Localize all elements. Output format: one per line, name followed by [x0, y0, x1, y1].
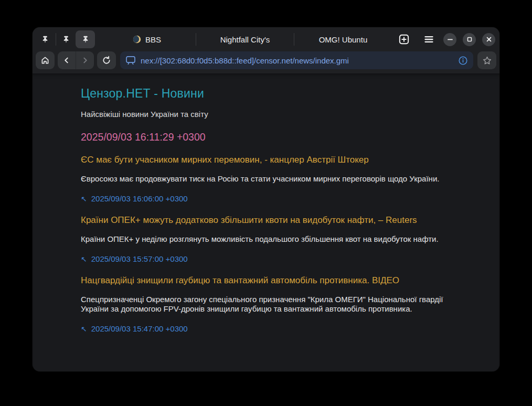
- pushpin-icon: [81, 36, 90, 43]
- window-controls: [443, 33, 495, 46]
- link-arrow-icon: ↖: [81, 195, 87, 202]
- bookmark-button[interactable]: [477, 51, 496, 69]
- article-headline: Країни ОПЕК+ можуть додатково збільшити …: [81, 215, 451, 226]
- close-button[interactable]: [482, 33, 495, 46]
- forward-button[interactable]: [76, 51, 94, 69]
- tab-nightfall-citys[interactable]: Nightfall City's: [196, 27, 294, 51]
- maximize-button[interactable]: [463, 33, 476, 46]
- article-summary: Євросоюз має продовжувати тиск на Росію …: [81, 174, 451, 184]
- tab-separator: [56, 33, 56, 46]
- url-bar[interactable]: nex://[302:68d0:f0d5:b88d::feed]/censor.…: [120, 51, 473, 69]
- forward-icon: [81, 56, 89, 65]
- history-buttons: [58, 51, 94, 69]
- home-icon: [40, 56, 50, 65]
- minimize-button[interactable]: [443, 33, 456, 46]
- new-tab-icon: [398, 34, 410, 45]
- url-text[interactable]: nex://[302:68d0:f0d5:b88d::feed]/censor.…: [141, 56, 454, 65]
- new-tab-button[interactable]: [397, 32, 411, 47]
- tab-label: Nightfall City's: [220, 35, 270, 44]
- page-content: Цензор.НЕТ - Новини Найсвіжіші новини Ук…: [33, 73, 499, 371]
- pushpin-icon: [41, 36, 49, 43]
- article-timestamp: 2025/09/03 16:06:00 +0300: [91, 194, 188, 204]
- star-icon: [482, 56, 492, 66]
- tab-label: OMG! Ubuntu: [319, 35, 368, 44]
- page-subtitle: Найсвіжіші новини України та світу: [81, 110, 451, 119]
- back-button[interactable]: [58, 51, 76, 69]
- page-title: Цензор.НЕТ - Новини: [81, 86, 451, 101]
- news-article: Країни ОПЕК+ можуть додатково збільшити …: [81, 215, 451, 264]
- tab-label: BBS: [145, 35, 161, 44]
- close-icon: [485, 35, 493, 44]
- article-timestamp-link[interactable]: ↖ 2025/09/03 16:06:00 +0300: [81, 194, 188, 204]
- article-summary: Країни ОПЕК+ у неділю розглянуть можливі…: [81, 234, 451, 244]
- home-button[interactable]: [36, 51, 55, 69]
- hamburger-icon: [423, 34, 434, 45]
- back-icon: [62, 56, 71, 65]
- article-headline: ЄС має бути учасником мирних перемовин, …: [81, 154, 451, 165]
- tab-bar: BBS Nightfall City's OMG! Ubuntu: [33, 27, 499, 51]
- reload-button[interactable]: [97, 51, 116, 69]
- article-headline: Нацгвардійці знищили гаубицю та вантажни…: [81, 275, 451, 286]
- menu-button[interactable]: [422, 32, 436, 47]
- article-timestamp: 2025/09/03 15:47:00 +0300: [91, 324, 188, 334]
- tab-bbs[interactable]: BBS: [98, 27, 196, 51]
- nex-protocol-monitor-icon: [125, 56, 136, 65]
- pinned-tab-2[interactable]: [57, 30, 76, 48]
- minimize-icon: [446, 35, 454, 44]
- info-icon[interactable]: [458, 56, 468, 66]
- page-updated-heading: 2025/09/03 16:11:29 +0300: [81, 131, 451, 143]
- browser-window: BBS Nightfall City's OMG! Ubuntu: [33, 27, 499, 371]
- news-article: Нацгвардійці знищили гаубицю та вантажни…: [81, 275, 451, 334]
- article-timestamp-link[interactable]: ↖ 2025/09/03 15:57:00 +0300: [81, 254, 188, 264]
- article-summary: Спецпризначенці Окремого загону спеціаль…: [81, 295, 451, 315]
- maximize-icon: [465, 35, 474, 44]
- moon-favicon-icon: [133, 35, 141, 44]
- article-timestamp: 2025/09/03 15:57:00 +0300: [91, 254, 188, 264]
- pinned-tab-1[interactable]: [36, 30, 55, 48]
- reload-icon: [102, 56, 111, 65]
- link-arrow-icon: ↖: [81, 325, 87, 333]
- navigation-bar: nex://[302:68d0:f0d5:b88d::feed]/censor.…: [33, 51, 499, 73]
- link-arrow-icon: ↖: [81, 255, 87, 263]
- pinned-tab-3-active[interactable]: [76, 30, 95, 48]
- article-timestamp-link[interactable]: ↖ 2025/09/03 15:47:00 +0300: [81, 324, 188, 334]
- news-article: ЄС має бути учасником мирних перемовин, …: [81, 154, 451, 204]
- pushpin-icon: [62, 36, 70, 43]
- tab-omg-ubuntu[interactable]: OMG! Ubuntu: [294, 27, 392, 51]
- tab-strip: BBS Nightfall City's OMG! Ubuntu: [98, 27, 392, 51]
